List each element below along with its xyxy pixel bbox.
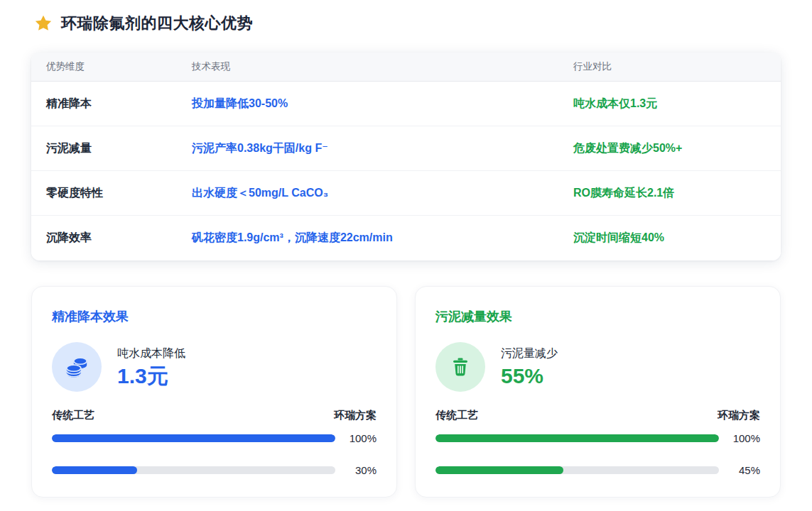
bar-fill: [52, 434, 335, 442]
left-bar-label: 传统工艺: [435, 409, 478, 422]
bar-row: 45%: [435, 464, 760, 476]
cell-industry: 沉淀时间缩短40%: [573, 231, 766, 246]
metric-label: 污泥量减少: [501, 346, 558, 361]
cell-industry: RO膜寿命延长2.1倍: [573, 186, 766, 201]
bar-percent: 45%: [727, 464, 760, 476]
bar-percent: 30%: [344, 464, 377, 476]
cell-tech: 出水硬度＜50mg/L CaCO₃: [192, 186, 573, 201]
left-bar-label: 传统工艺: [52, 409, 94, 422]
sludge-reduction-card: 污泥减量效果 污泥量减少 55%: [415, 286, 781, 498]
cell-tech: 矾花密度1.9g/cm³，沉降速度22cm/min: [192, 231, 573, 246]
bar-percent: 100%: [344, 432, 377, 444]
cell-dimension: 精准降本: [46, 97, 192, 111]
cell-industry: 吨水成本仅1.3元: [573, 97, 766, 111]
cell-dimension: 污泥减量: [46, 141, 192, 156]
bar-track: [52, 434, 335, 442]
table-row: 精准降本 投加量降低30-50% 吨水成本仅1.3元: [31, 82, 781, 126]
bar-row: 100%: [435, 432, 760, 444]
column-header-industry: 行业对比: [573, 60, 766, 73]
cell-dimension: 零硬度特性: [46, 186, 192, 201]
table-row: 污泥减量 污泥产率0.38kg干固/kg F⁻ 危废处置费减少50%+: [31, 126, 781, 171]
metric-text: 吨水成本降低 1.3元: [117, 346, 185, 388]
cost-reduction-card: 精准降本效果 吨水成本降低 1.3元: [31, 286, 397, 498]
card-title: 污泥减量效果: [435, 308, 760, 325]
right-bar-label: 环瑞方案: [718, 409, 760, 422]
bar-row: 30%: [52, 464, 377, 476]
bar-fill: [52, 466, 137, 474]
bar-track: [52, 466, 335, 474]
metric-label: 吨水成本降低: [117, 346, 185, 361]
cell-tech: 投加量降低30-50%: [192, 97, 573, 111]
page-title: 环瑞除氟剂的四大核心优势: [61, 13, 253, 34]
column-header-tech: 技术表现: [192, 60, 573, 73]
bar-percent: 100%: [727, 432, 760, 444]
right-bar-label: 环瑞方案: [334, 409, 377, 422]
page: 环瑞除氟剂的四大核心优势 优势维度 技术表现 行业对比 精准降本 投加量降低30…: [0, 0, 812, 511]
cell-dimension: 沉降效率: [46, 231, 192, 246]
metric-block: 污泥量减少 55%: [435, 342, 760, 392]
star-icon: [34, 14, 53, 33]
bar-track: [435, 434, 719, 442]
bar-row: 100%: [52, 432, 377, 444]
page-header: 环瑞除氟剂的四大核心优势: [34, 13, 781, 34]
effect-cards: 精准降本效果 吨水成本降低 1.3元: [31, 286, 781, 498]
advantages-table: 优势维度 技术表现 行业对比 精准降本 投加量降低30-50% 吨水成本仅1.3…: [31, 53, 781, 260]
coins-icon: [52, 342, 102, 392]
column-header-dimension: 优势维度: [46, 60, 192, 73]
bar-track: [435, 466, 719, 474]
table-header-row: 优势维度 技术表现 行业对比: [31, 53, 781, 82]
bar-fill: [435, 466, 563, 474]
trash-icon: [435, 342, 485, 392]
card-title: 精准降本效果: [52, 308, 377, 325]
bar-fill: [435, 434, 719, 442]
metric-value: 1.3元: [117, 364, 185, 388]
cell-industry: 危废处置费减少50%+: [573, 141, 766, 156]
metric-text: 污泥量减少 55%: [501, 346, 558, 388]
metric-block: 吨水成本降低 1.3元: [52, 342, 377, 392]
bar-labels: 传统工艺 环瑞方案: [435, 409, 760, 422]
metric-value: 55%: [501, 364, 558, 388]
table-row: 零硬度特性 出水硬度＜50mg/L CaCO₃ RO膜寿命延长2.1倍: [31, 171, 781, 216]
bar-labels: 传统工艺 环瑞方案: [52, 409, 377, 422]
table-row: 沉降效率 矾花密度1.9g/cm³，沉降速度22cm/min 沉淀时间缩短40%: [31, 216, 781, 260]
cell-tech: 污泥产率0.38kg干固/kg F⁻: [192, 141, 573, 156]
